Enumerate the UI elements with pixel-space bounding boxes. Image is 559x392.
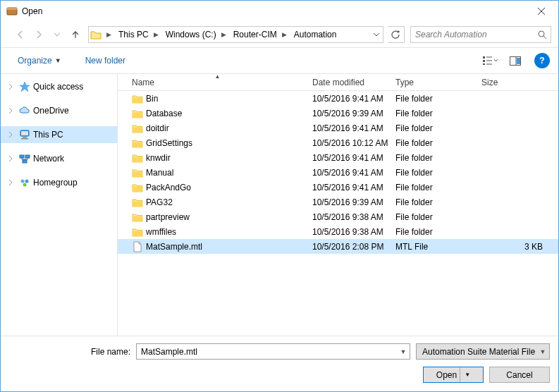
tree-item-network[interactable]: Network	[1, 150, 117, 167]
change-view-button[interactable]	[478, 52, 502, 69]
column-name[interactable]: ▲ Name	[128, 74, 308, 90]
expand-chevron-icon[interactable]	[8, 108, 16, 114]
navigation-tree[interactable]: Quick accessOneDriveThis PCNetworkHomegr…	[1, 74, 118, 336]
svg-rect-12	[517, 58, 520, 64]
refresh-button[interactable]	[388, 26, 405, 43]
breadcrumb-segment[interactable]: Automation	[290, 27, 338, 42]
file-date: 10/5/2016 9:38 AM	[308, 212, 391, 222]
filename-combobox[interactable]: ▼	[136, 343, 410, 360]
svg-marker-13	[20, 82, 30, 92]
open-split-dropdown[interactable]: ▼	[460, 367, 470, 382]
file-type: File folder	[391, 138, 477, 148]
column-date-modified[interactable]: Date modified	[308, 74, 391, 90]
search-box[interactable]	[410, 26, 551, 43]
folder-row[interactable]: partpreview10/5/2016 9:38 AMFile folder	[118, 209, 558, 224]
filter-label: Automation Suite Material File	[422, 347, 536, 357]
file-size: 3 KB	[477, 242, 558, 252]
folder-row[interactable]: wmffiles10/5/2016 9:38 AMFile folder	[118, 224, 558, 239]
expand-chevron-icon[interactable]	[8, 156, 16, 161]
chevron-down-icon: ▼	[55, 57, 61, 64]
tree-item-this-pc[interactable]: This PC	[1, 126, 117, 143]
file-date: 10/5/2016 9:41 AM	[308, 183, 391, 192]
file-row[interactable]: MatSample.mtl10/5/2016 2:08 PMMTL File3 …	[118, 239, 558, 254]
svg-point-2	[539, 31, 544, 37]
forward-button[interactable]	[30, 26, 47, 43]
svg-rect-18	[20, 155, 24, 158]
folder-row[interactable]: PAG3210/5/2016 9:39 AMFile folder	[118, 195, 558, 209]
file-name: PAG32	[146, 197, 173, 207]
file-list[interactable]: Bin10/5/2016 9:41 AMFile folderDatabase1…	[118, 91, 558, 336]
column-size[interactable]: Size	[477, 74, 558, 90]
file-type: File folder	[391, 227, 477, 237]
svg-point-21	[21, 180, 25, 183]
nav-row: ▶ This PC ▶ Windows (C:) ▶ Router-CIM ▶ …	[1, 22, 558, 47]
file-name: doitdir	[146, 123, 169, 133]
tree-item-label: This PC	[33, 130, 63, 140]
homegroup-icon	[18, 177, 31, 188]
expand-chevron-icon[interactable]	[8, 132, 16, 137]
column-type[interactable]: Type	[391, 74, 477, 90]
search-input[interactable]	[414, 29, 536, 40]
file-type-filter[interactable]: Automation Suite Material File ▼	[416, 343, 550, 360]
file-name: Database	[146, 109, 182, 118]
folder-icon	[132, 137, 143, 149]
file-date: 10/5/2016 10:12 AM	[308, 138, 391, 148]
chevron-down-icon[interactable]: ▼	[397, 348, 410, 355]
folder-icon	[132, 182, 143, 193]
folder-row[interactable]: Manual10/5/2016 9:41 AMFile folder	[118, 165, 558, 180]
expand-chevron-icon[interactable]	[8, 180, 16, 185]
folder-icon	[132, 108, 143, 119]
pc-icon	[18, 129, 31, 140]
folder-row[interactable]: Bin10/5/2016 9:41 AMFile folder	[118, 91, 558, 106]
breadcrumb-segment[interactable]: Windows (C:)	[162, 27, 218, 42]
recent-locations-button[interactable]	[49, 26, 66, 43]
file-date: 10/5/2016 9:39 AM	[308, 197, 391, 207]
folder-row[interactable]: doitdir10/5/2016 9:41 AMFile folder	[118, 121, 558, 135]
chevron-right-icon[interactable]: ▶	[103, 27, 115, 42]
close-button[interactable]	[525, 1, 557, 21]
column-headers[interactable]: ▲ Name Date modified Type Size	[118, 74, 558, 91]
svg-rect-15	[21, 131, 28, 135]
back-button[interactable]	[12, 26, 29, 43]
folder-icon	[132, 152, 143, 164]
folder-row[interactable]: PackAndGo10/5/2016 9:41 AMFile folder	[118, 180, 558, 195]
file-type: MTL File	[391, 242, 477, 252]
search-icon	[536, 30, 548, 39]
open-button[interactable]: Open ▼	[423, 367, 484, 383]
file-name: PackAndGo	[146, 183, 191, 192]
cloud-icon	[18, 105, 31, 116]
organize-label: Organize	[18, 56, 52, 66]
folder-row[interactable]: knwdir10/5/2016 9:41 AMFile folder	[118, 150, 558, 165]
tree-item-onedrive[interactable]: OneDrive	[1, 102, 117, 119]
folder-row[interactable]: Database10/5/2016 9:39 AMFile folder	[118, 106, 558, 121]
file-name: knwdir	[146, 153, 171, 163]
filename-input[interactable]	[137, 347, 397, 357]
preview-pane-button[interactable]	[503, 52, 527, 69]
dialog-footer: File name: ▼ Automation Suite Material F…	[1, 336, 558, 391]
tree-item-label: Homegroup	[33, 178, 78, 188]
svg-point-23	[23, 183, 27, 187]
expand-chevron-icon[interactable]	[8, 84, 16, 90]
chevron-right-icon[interactable]: ▶	[218, 27, 230, 42]
svg-point-22	[25, 180, 29, 183]
cancel-button[interactable]: Cancel	[489, 367, 550, 383]
up-button[interactable]	[67, 26, 84, 43]
file-type: File folder	[391, 123, 477, 133]
folder-row[interactable]: GridSettings10/5/2016 10:12 AMFile folde…	[118, 135, 558, 150]
file-type: File folder	[391, 109, 477, 118]
organize-button[interactable]: Organize ▼	[13, 53, 66, 68]
address-dropdown[interactable]	[370, 27, 383, 42]
address-bar[interactable]: ▶ This PC ▶ Windows (C:) ▶ Router-CIM ▶ …	[88, 26, 383, 43]
chevron-right-icon[interactable]: ▶	[278, 27, 290, 42]
tree-item-homegroup[interactable]: Homegroup	[1, 174, 117, 191]
breadcrumb-segment[interactable]: Router-CIM	[230, 27, 278, 42]
new-folder-button[interactable]: New folder	[81, 53, 130, 68]
window-title: Open	[22, 6, 525, 16]
tree-item-quick-access[interactable]: Quick access	[1, 78, 117, 95]
help-button[interactable]: ?	[534, 53, 550, 68]
breadcrumb-segment[interactable]: This PC	[115, 27, 150, 42]
file-name: GridSettings	[146, 138, 192, 148]
file-type: File folder	[391, 94, 477, 104]
chevron-right-icon[interactable]: ▶	[150, 27, 162, 42]
svg-rect-17	[21, 138, 28, 140]
